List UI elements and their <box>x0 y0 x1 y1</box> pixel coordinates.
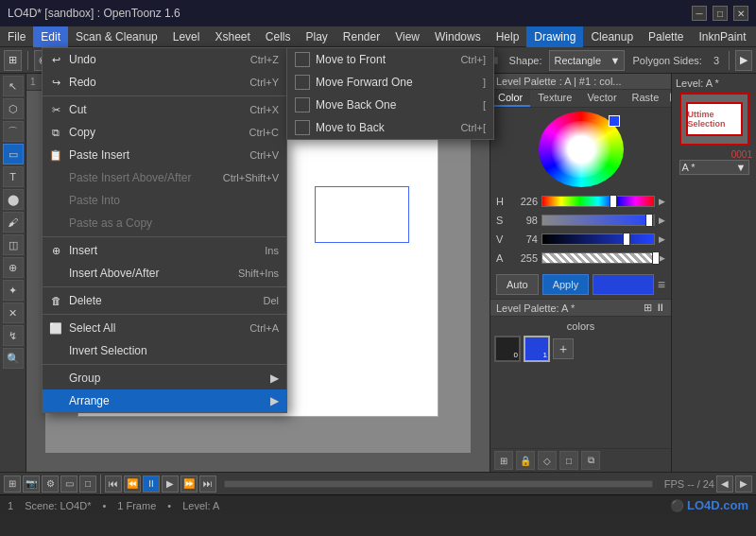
tool-bspline[interactable]: ⌒ <box>3 121 24 142</box>
tool-shape[interactable]: ▭ <box>3 144 24 164</box>
menu-insert[interactable]: ⊕ Insert Ins <box>43 239 286 262</box>
palette-tool-grid[interactable]: ⊞ <box>494 451 513 470</box>
menu-file[interactable]: File <box>0 26 33 47</box>
tab-raste[interactable]: Raste <box>625 90 667 107</box>
menu-cut[interactable]: ✂ Cut Ctrl+X <box>43 98 286 121</box>
sat-arrow-right[interactable]: ▶ <box>659 216 665 225</box>
menu-play[interactable]: Play <box>298 26 335 47</box>
color-menu-icon[interactable]: ≡ <box>658 277 665 292</box>
add-swatch-button[interactable]: + <box>553 338 574 359</box>
val-arrow-right[interactable]: ▶ <box>659 234 665 244</box>
menu-insert-above[interactable]: Insert Above/After Shift+Ins <box>43 262 286 285</box>
value-label: V <box>496 233 507 245</box>
menu-render[interactable]: Render <box>335 26 387 47</box>
menu-invert-selection[interactable]: Invert Selection <box>43 339 286 362</box>
tab-color[interactable]: Color <box>490 90 530 107</box>
color-wheel[interactable] <box>539 112 624 187</box>
auto-button[interactable]: Auto <box>496 274 539 295</box>
palette-tool-copy[interactable]: ⧉ <box>581 451 600 470</box>
alpha-track[interactable] <box>541 252 655 264</box>
menu-undo[interactable]: ↩ Undo Ctrl+Z <box>43 48 286 71</box>
menu-edit[interactable]: Edit <box>33 26 68 47</box>
menu-inknpaint[interactable]: InknPaint <box>691 26 753 47</box>
close-button[interactable]: ✕ <box>733 6 748 21</box>
arrange-back-one[interactable]: Move Back One [ <box>287 94 493 116</box>
palette-tool-diamond[interactable]: ◇ <box>538 451 557 470</box>
menu-group[interactable]: Group ▶ <box>43 367 286 389</box>
palette-tool-lock[interactable]: 🔒 <box>516 451 535 470</box>
btn-grid[interactable]: ⊞ <box>4 475 21 493</box>
tool-fill[interactable]: ⬤ <box>3 189 24 210</box>
shape-select[interactable]: Rectangle▼ <box>549 50 625 71</box>
arrange-forward[interactable]: Move Forward One ] <box>287 71 493 94</box>
polygon-label: Polygon Sides: <box>628 55 705 66</box>
btn-settings2[interactable]: ⚙ <box>42 475 59 493</box>
menu-copy[interactable]: ⧉ Copy Ctrl+C <box>43 121 286 144</box>
tool-text[interactable]: T <box>3 166 24 187</box>
apply-button[interactable]: Apply <box>542 274 590 295</box>
palette-header-icon[interactable]: ⊞ <box>644 302 652 314</box>
menu-palette[interactable]: Palette <box>641 26 691 47</box>
alpha-arrow-right[interactable]: ▶ <box>659 253 665 263</box>
menu-cleanup[interactable]: Cleanup <box>583 26 641 47</box>
tool-zoom[interactable]: 🔍 <box>3 348 24 369</box>
arrange-submenu: Move to Front Ctrl+] Move Forward One ] … <box>286 47 494 140</box>
btn-next-frame[interactable]: ⏩ <box>180 475 198 493</box>
tool-bend[interactable]: ↯ <box>3 325 24 346</box>
menu-windows[interactable]: Windows <box>427 26 489 47</box>
btn-skip-fwd[interactable]: ⏭ <box>199 475 216 493</box>
toolbar-more[interactable]: ▶ <box>735 50 752 71</box>
value-slider-row: V 74 ▶ <box>496 231 665 248</box>
tool-magnet[interactable]: ✦ <box>3 280 24 301</box>
tool-node[interactable]: ⬡ <box>3 98 24 119</box>
select-all-icon: ⬜ <box>48 320 63 336</box>
menu-help[interactable]: Help <box>489 26 527 47</box>
arrange-front[interactable]: Move to Front Ctrl+] <box>287 48 493 71</box>
progress-bar[interactable] <box>224 480 653 488</box>
btn-pause[interactable]: ⏸ <box>143 475 160 493</box>
menu-paste-insert[interactable]: 📋 Paste Insert Ctrl+V <box>43 144 286 166</box>
menu-delete[interactable]: 🗑 Delete Del <box>43 289 286 312</box>
saturation-track[interactable] <box>541 215 655 226</box>
tool-paint[interactable]: 🖌 <box>3 212 24 233</box>
btn-cam[interactable]: 📷 <box>23 475 40 493</box>
toolbar-icon1[interactable]: ⊞ <box>4 50 22 71</box>
swatch-blue[interactable]: 1 <box>524 336 550 362</box>
swatch-black[interactable]: 0 <box>494 336 521 362</box>
minimize-button[interactable]: ─ <box>692 6 707 21</box>
btn-prev-frame[interactable]: ⏪ <box>124 475 141 493</box>
arrange-back[interactable]: Move to Back Ctrl+[ <box>287 116 493 139</box>
btn-next-arrow[interactable]: ▶ <box>735 475 752 493</box>
hue-track[interactable] <box>541 196 655 207</box>
menu-arrange[interactable]: Arrange ▶ <box>43 389 286 412</box>
btn-square[interactable]: □ <box>79 475 96 493</box>
hue-arrow-right[interactable]: ▶ <box>659 197 665 206</box>
play-sep <box>100 475 101 493</box>
tab-vector[interactable]: Vector <box>579 90 624 107</box>
menu-view[interactable]: View <box>387 26 427 47</box>
tool-arrow[interactable]: ↖ <box>3 76 24 96</box>
palette-pause-icon[interactable]: ⏸ <box>655 302 665 314</box>
palette-tool-square[interactable]: □ <box>559 451 578 470</box>
menu-cells[interactable]: Cells <box>258 26 299 47</box>
menu-select-all[interactable]: ⬜ Select All Ctrl+A <box>43 317 286 339</box>
btn-frame-settings[interactable]: ▭ <box>60 475 77 493</box>
tab-texture[interactable]: Texture <box>530 90 579 107</box>
tool-delete[interactable]: ✕ <box>3 303 24 323</box>
menu-xsheet[interactable]: Xsheet <box>207 26 257 47</box>
menu-scan-cleanup[interactable]: Scan & Cleanup <box>68 26 165 47</box>
tool-eraser[interactable]: ◫ <box>3 234 24 255</box>
maximize-button[interactable]: □ <box>713 6 728 21</box>
btn-prev-arrow[interactable]: ◀ <box>716 475 733 493</box>
color-preview <box>593 274 654 295</box>
value-track[interactable] <box>541 233 655 245</box>
menu-redo[interactable]: ↪ Redo Ctrl+Y <box>43 71 286 94</box>
arrange-back-one-icon <box>295 97 310 112</box>
menu-drawing[interactable]: Drawing <box>526 26 583 47</box>
btn-play[interactable]: ▶ <box>162 475 179 493</box>
menu-level[interactable]: Level <box>165 26 208 47</box>
level-select[interactable]: A * ▼ <box>679 160 749 175</box>
btn-skip-back[interactable]: ⏮ <box>105 475 122 493</box>
toolbar-separator3 <box>729 51 730 70</box>
tool-tape[interactable]: ⊕ <box>3 257 24 278</box>
